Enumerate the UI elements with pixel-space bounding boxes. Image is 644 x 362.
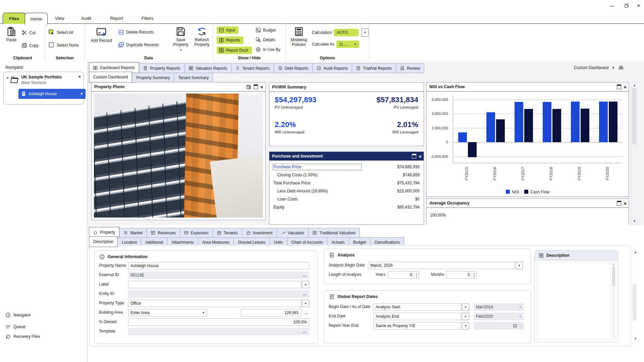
pane-scroll-down-icon[interactable]: ▼ — [634, 337, 637, 340]
ribbon-tab-view[interactable]: View — [47, 13, 72, 23]
end-date-select[interactable]: Analysis End — [373, 313, 461, 320]
years-spinner[interactable]: 5 ▲▼ — [388, 271, 419, 279]
close-purchase-icon[interactable]: × — [419, 154, 422, 159]
building-area-mode-select[interactable]: Enter Area ▼ — [128, 309, 207, 316]
toggle-reports-button[interactable]: Reports — [217, 37, 244, 44]
pane-scrollbar-thumb[interactable] — [633, 284, 637, 320]
purchase-row-less-debt-amount-19-89[interactable]: Less Debt Amount (19.89%)$15,000,000 — [273, 187, 420, 194]
calculate-as-select[interactable]: 11..... ▼ — [336, 41, 359, 48]
modeling-policies-button[interactable]: Modeling Policies — [288, 26, 309, 47]
detail-tab-description[interactable]: Description — [89, 236, 118, 247]
months-spinner[interactable]: 0 ▲▼ — [446, 271, 477, 279]
maximize-chart-icon[interactable] — [617, 84, 621, 89]
add-record-button[interactable]: Add Record — [89, 26, 114, 43]
report-tab-tenant-reports[interactable]: Tenant Reports — [231, 63, 274, 73]
description-scroll-up-icon[interactable]: ▲ — [612, 263, 615, 265]
dashboard-tab-custom-dashboard[interactable]: Custom Dashboard — [89, 72, 132, 82]
close-portfolio-button[interactable]: × — [78, 74, 81, 79]
paste-button[interactable]: Paste — [3, 26, 19, 43]
report-tab-tradval-reports[interactable]: TradVal Reports — [352, 63, 396, 73]
purchase-row-total-purchase-price[interactable]: Total Purchase Price$75,432,794 — [273, 179, 420, 186]
close-occupancy-icon[interactable]: × — [624, 201, 627, 206]
external-id-more-button[interactable]: … — [303, 273, 307, 278]
report-year-end-dropdown-button[interactable]: ▼ — [462, 322, 469, 329]
dashboard-scrollbar-thumb[interactable] — [632, 88, 636, 144]
report-tab-audit-reports[interactable]: Audit Reports — [313, 63, 352, 73]
portfolio-card[interactable]: ▲ UK Sample Portfolio Base Scenario × As… — [3, 72, 84, 105]
close-property-button[interactable]: × — [80, 92, 83, 96]
purchase-row-closing-costs-1-00[interactable]: Closing Costs (1.00%)$746,859 — [273, 171, 420, 178]
find-dashboard-icon[interactable] — [618, 65, 624, 70]
duplicate-records-button[interactable]: Duplicate Records — [118, 42, 159, 48]
save-property-dropdown-icon[interactable]: ▼ — [179, 49, 182, 52]
save-property-button[interactable]: Save Property ▼ — [169, 26, 193, 52]
maximize-photo-icon[interactable] — [254, 84, 258, 89]
maximize-occupancy-icon[interactable] — [617, 201, 621, 205]
minimize-button[interactable]: — — [608, 3, 615, 9]
begin-date-select[interactable]: Analysis Start — [373, 303, 461, 311]
chart-x-tick: FY2017 — [521, 167, 525, 180]
select-none-button[interactable]: Select None — [48, 42, 78, 48]
property-type-dropdown-button[interactable]: ▼ — [302, 300, 309, 307]
building-area-input[interactable]: 126,981 — [241, 309, 301, 316]
years-spinner-buttons[interactable]: ▲▼ — [414, 272, 419, 278]
details-button[interactable]: Details — [256, 37, 275, 43]
property-type-select[interactable]: Office — [128, 300, 301, 307]
pane-scroll-up-icon[interactable]: ▲ — [634, 251, 637, 254]
calculation-dropdown-icon[interactable]: ▼ — [361, 28, 369, 37]
sidebar-footer-navigator[interactable]: Navigator — [5, 312, 31, 318]
ribbon-tab-filters[interactable]: Filters — [133, 13, 161, 23]
select-all-button[interactable]: Select All — [48, 29, 73, 36]
maximize-purchase-icon[interactable] — [412, 154, 416, 159]
delete-records-button[interactable]: Delete Records — [118, 29, 154, 35]
label-input[interactable] — [128, 281, 301, 288]
end-date-dropdown-button[interactable]: ▼ — [462, 313, 469, 320]
report-tab-review[interactable]: Review — [396, 63, 424, 73]
sidebar-footer-queue[interactable]: Queue — [5, 324, 25, 329]
begin-date-dropdown-button[interactable]: ▼ — [462, 303, 469, 311]
report-year-end-select[interactable]: Same as Property Y/E — [373, 322, 461, 329]
in-use-by-button[interactable]: In Use By — [256, 47, 280, 52]
toggle-input-button[interactable]: Input — [217, 26, 238, 34]
label-dropdown-button[interactable]: ▼ — [302, 281, 309, 288]
ribbon-tab-files[interactable]: Files — [3, 13, 25, 24]
purchase-row-equity[interactable]: Equity$60,432,794 — [273, 203, 420, 210]
pct-owned-input[interactable]: 100.0% — [128, 318, 309, 326]
report-tab-debt-reports[interactable]: Debt Reports — [274, 63, 313, 73]
close-chart-icon[interactable]: × — [624, 84, 627, 89]
toggle-report-dock-button[interactable]: Report Dock — [217, 47, 252, 54]
entity-id-more-button[interactable]: … — [303, 292, 307, 296]
dashboard-tab-tenant-summary[interactable]: Tenant Summary — [174, 73, 213, 82]
close-window-button[interactable]: × — [635, 3, 642, 9]
months-spinner-buttons[interactable]: ▲▼ — [472, 272, 476, 278]
dashboard-tab-property-summary[interactable]: Property Summary — [132, 73, 174, 82]
sidebar-footer-recovery-files[interactable]: Recovery Files — [5, 334, 40, 339]
scroll-down-icon[interactable]: ▼ — [633, 220, 636, 223]
dashboard-scrollbar[interactable]: ▲ ▼ — [631, 82, 638, 225]
template-more-button[interactable]: … — [303, 329, 307, 334]
budget-button[interactable]: Budget — [256, 27, 276, 33]
collapse-portfolio-icon[interactable]: ▲ — [6, 76, 9, 79]
description-scrollbar-thumb[interactable] — [612, 267, 615, 286]
cut-button[interactable]: Cut — [21, 30, 36, 36]
analysis-begin-date-select[interactable]: March, 2024 — [368, 262, 515, 269]
photo-date-icon[interactable] — [246, 84, 251, 89]
calculation-select[interactable]: AUTO — [334, 29, 359, 36]
analysis-begin-date-dropdown-button[interactable]: ▼ — [516, 262, 523, 269]
property-nav-item[interactable]: Ashleigh House × — [18, 89, 86, 99]
purchase-row-loan-costs[interactable]: Loan Costs$0 — [273, 195, 420, 202]
description-textarea[interactable] — [537, 262, 611, 339]
copy-button[interactable]: Copy — [21, 43, 39, 48]
ribbon-tab-home[interactable]: Home — [25, 13, 48, 24]
building-area-more-button[interactable]: … — [305, 310, 309, 315]
ribbon-tab-audit[interactable]: Audit — [73, 13, 99, 23]
refresh-property-button[interactable]: Refresh Property — [193, 26, 211, 47]
scroll-up-icon[interactable]: ▲ — [633, 84, 636, 87]
dashboard-selector[interactable]: Custom Dashboard ▼ — [574, 65, 624, 70]
restore-button[interactable] — [623, 3, 630, 9]
description-scrollbar[interactable]: ▲ — [612, 262, 615, 339]
property-name-input[interactable]: Ashleigh House — [128, 262, 309, 269]
close-photo-icon[interactable]: × — [260, 84, 263, 89]
ribbon-tab-report[interactable]: Report — [102, 13, 131, 23]
purchase-row-purchase-price[interactable]: Purchase Price$74,685,935 — [273, 163, 420, 170]
